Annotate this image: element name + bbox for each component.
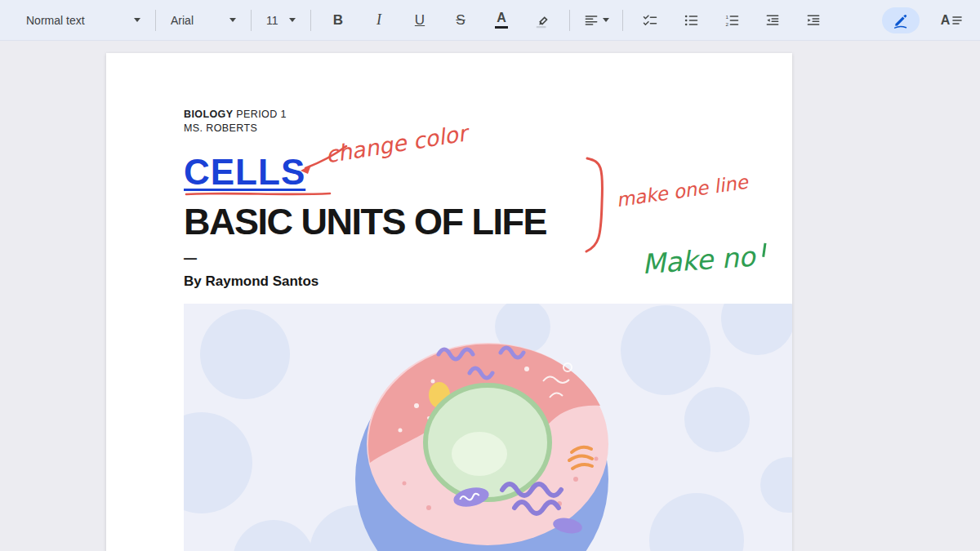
toolbar-divider — [622, 10, 623, 31]
cell-illustration — [184, 304, 792, 551]
doc-divider-dash: — — [184, 251, 792, 266]
italic-button[interactable]: I — [363, 6, 394, 35]
align-dropdown[interactable] — [577, 6, 616, 35]
toolbar-divider — [155, 10, 156, 31]
teacher-name: MS. ROBERTS — [184, 122, 792, 134]
pen-icon — [892, 11, 910, 29]
underline-icon: U — [415, 12, 425, 29]
svg-text:1: 1 — [726, 13, 729, 19]
text-color-button[interactable]: A — [486, 6, 517, 35]
highlighter-icon — [533, 11, 551, 29]
course-period: PERIOD 1 — [236, 109, 287, 120]
toolbar: Normal text Arial 11 B I U S A — [0, 0, 980, 41]
numbered-list-icon: 1 2 — [724, 12, 740, 29]
bulleted-list-button[interactable] — [675, 6, 706, 35]
increase-indent-button[interactable] — [798, 6, 829, 35]
chevron-down-icon — [134, 18, 140, 22]
font-size-label: 11 — [266, 14, 278, 27]
decrease-indent-button[interactable] — [757, 6, 788, 35]
course-header: BIOLOGY PERIOD 1 — [184, 109, 792, 120]
paragraph-style-label: Normal text — [26, 14, 85, 27]
numbered-list-button[interactable]: 1 2 — [716, 6, 747, 35]
chevron-down-icon — [229, 18, 236, 22]
strikethrough-button[interactable]: S — [445, 6, 476, 35]
chevron-down-icon — [603, 18, 609, 22]
doc-title: CELLS — [184, 152, 792, 193]
doc-subtitle: BASIC UNITS OF LIFE — [184, 201, 792, 243]
align-left-icon — [583, 12, 599, 29]
bold-icon: B — [333, 12, 343, 29]
doc-title-text: CELLS — [184, 152, 305, 192]
font-family-dropdown[interactable]: Arial — [163, 7, 244, 34]
highlight-color-button[interactable] — [527, 6, 558, 35]
underline-button[interactable]: U — [404, 6, 435, 35]
toolbar-divider — [251, 10, 252, 31]
bulleted-list-icon — [683, 12, 699, 29]
text-options-button[interactable]: A — [936, 6, 967, 35]
paragraph-style-dropdown[interactable]: Normal text — [18, 7, 149, 34]
decrease-indent-icon — [764, 12, 781, 29]
checklist-icon — [642, 12, 658, 29]
document-page[interactable]: BIOLOGY PERIOD 1 MS. ROBERTS CELLS BASIC… — [106, 53, 792, 551]
strikethrough-icon: S — [456, 12, 465, 29]
course-name: BIOLOGY — [184, 109, 233, 120]
checklist-button[interactable] — [635, 6, 666, 35]
font-family-label: Arial — [171, 14, 194, 27]
text-color-icon: A — [495, 11, 508, 29]
chevron-down-icon — [289, 18, 296, 22]
text-options-icon: A — [941, 14, 963, 27]
document-canvas[interactable]: BIOLOGY PERIOD 1 MS. ROBERTS CELLS BASIC… — [0, 41, 980, 551]
svg-text:2: 2 — [726, 20, 729, 26]
pen-annotate-button[interactable] — [882, 7, 920, 33]
font-size-dropdown[interactable]: 11 — [258, 7, 304, 34]
toolbar-divider — [569, 10, 570, 31]
doc-byline: By Raymond Santos — [184, 273, 792, 290]
toolbar-divider — [310, 10, 311, 31]
italic-icon: I — [376, 11, 381, 29]
increase-indent-icon — [805, 12, 822, 29]
bold-button[interactable]: B — [323, 6, 354, 35]
